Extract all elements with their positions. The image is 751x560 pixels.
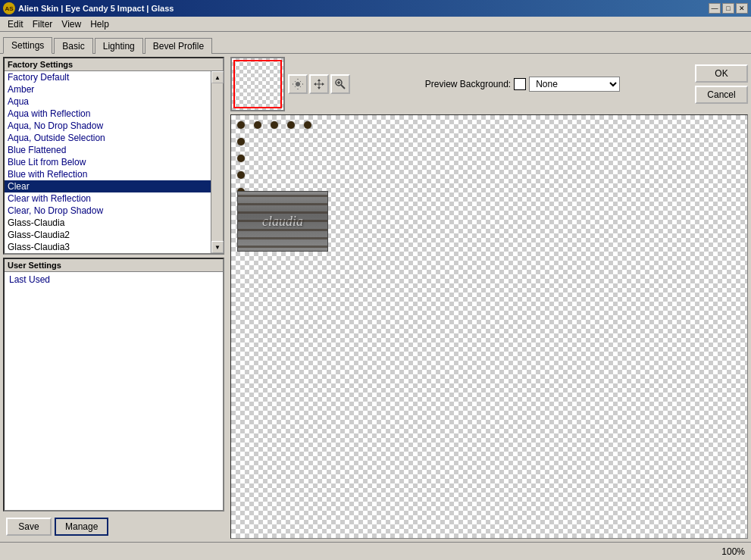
preset-item-aqua-no-drop[interactable]: Aqua, No Drop Shadow: [5, 120, 211, 132]
tab-settings[interactable]: Settings: [3, 37, 52, 54]
user-section: User Settings Last Used: [3, 258, 224, 512]
preview-canvas: claudia 👆: [230, 114, 748, 539]
preset-item-clear[interactable]: Clear: [5, 180, 211, 192]
move-tool-button[interactable]: [309, 74, 329, 94]
app-icon: AS: [3, 2, 15, 14]
menu-view[interactable]: View: [57, 17, 86, 31]
menu-bar: Edit Filter View Help: [0, 17, 751, 32]
preview-line: [238, 237, 327, 239]
minimize-button[interactable]: —: [709, 3, 721, 14]
tab-bevel-profile[interactable]: Bevel Profile: [145, 38, 212, 54]
tab-lighting[interactable]: Lighting: [95, 38, 143, 54]
preset-item-glass-claudia2[interactable]: Glass-Claudia2: [5, 229, 211, 241]
preset-item-amber[interactable]: Amber: [5, 83, 211, 95]
left-panel: Factory Settings Factory Default Amber A…: [0, 54, 227, 542]
preset-item-factory-default[interactable]: Factory Default: [5, 71, 211, 83]
menu-edit[interactable]: Edit: [3, 17, 28, 31]
zoom-tool-button[interactable]: [330, 74, 350, 94]
preset-item-aqua-reflection[interactable]: Aqua with Reflection: [5, 108, 211, 120]
manage-button[interactable]: Manage: [55, 518, 108, 536]
preset-item-blue-reflection[interactable]: Blue with Reflection: [5, 168, 211, 180]
preview-line: [238, 203, 327, 205]
scroll-up-btn[interactable]: ▲: [211, 71, 224, 83]
preset-item-glass-claudia3[interactable]: Glass-Claudia3: [5, 241, 211, 253]
dot: [237, 155, 245, 162]
preset-item-blue-flattened[interactable]: Blue Flattened: [5, 144, 211, 156]
title-bar-left: AS Alien Skin | Eye Candy 5 Impact | Gla…: [3, 2, 174, 14]
preview-toolbar: Preview Background: None Black White Cus…: [230, 57, 748, 111]
preview-bg-select[interactable]: None Black White Custom...: [529, 77, 620, 92]
zoom-level: 100%: [721, 546, 745, 557]
preview-background-area: Preview Background: None Black White Cus…: [425, 77, 620, 92]
user-list: Last Used: [5, 272, 223, 510]
dot: [237, 138, 245, 145]
preset-section: Factory Settings Factory Default Amber A…: [3, 57, 224, 255]
dialog-buttons-area: OK Cancel: [695, 64, 748, 104]
preset-item-aqua-outside[interactable]: Aqua, Outside Selection: [5, 132, 211, 144]
scroll-track: [211, 83, 223, 241]
user-item-last-used[interactable]: Last Used: [6, 274, 221, 286]
close-button[interactable]: ✕: [736, 3, 748, 14]
dot: [287, 121, 295, 129]
cancel-button[interactable]: Cancel: [695, 86, 748, 104]
svg-line-2: [341, 85, 345, 89]
dot: [304, 121, 311, 129]
preset-list: Factory Default Amber Aqua Aqua with Ref…: [5, 71, 211, 253]
bottom-buttons: Save Manage: [3, 515, 224, 539]
scroll-down-btn[interactable]: ▼: [211, 241, 224, 253]
dot: [237, 171, 245, 179]
preview-line: [238, 246, 327, 248]
menu-help[interactable]: Help: [86, 17, 114, 31]
dot: [237, 121, 245, 129]
dot: [254, 121, 261, 129]
preview-dots: [237, 121, 311, 196]
preview-bg-label: Preview Background:: [425, 79, 511, 89]
dot: [271, 121, 278, 129]
zoom-icon: [334, 78, 346, 90]
right-panel: Preview Background: None Black White Cus…: [227, 54, 751, 542]
tab-basic[interactable]: Basic: [54, 38, 92, 54]
preset-header: Factory Settings: [5, 58, 223, 71]
move-icon: [313, 78, 325, 90]
preview-thumbnail: [230, 57, 285, 111]
preset-scrollbar: ▲ ▼: [211, 71, 223, 253]
preview-image-text: claudia: [262, 214, 303, 230]
preview-controls: [288, 74, 350, 94]
preset-list-container: Factory Default Amber Aqua Aqua with Ref…: [5, 71, 223, 253]
preview-line: [238, 195, 327, 197]
preset-item-aqua[interactable]: Aqua: [5, 95, 211, 108]
preview-image: claudia: [237, 191, 328, 252]
title-bar-title: Alien Skin | Eye Candy 5 Impact | Glass: [18, 4, 174, 13]
pan-tool-button[interactable]: [288, 74, 308, 94]
main-content: Factory Settings Factory Default Amber A…: [0, 53, 751, 542]
menu-filter[interactable]: Filter: [28, 17, 58, 31]
preset-item-clear-reflection[interactable]: Clear with Reflection: [5, 192, 211, 205]
preview-bg-swatch: [514, 78, 526, 90]
save-button[interactable]: Save: [6, 518, 52, 536]
tab-bar: Settings Basic Lighting Bevel Profile: [0, 32, 751, 53]
thumbnail-border: [233, 60, 282, 108]
svg-point-0: [296, 82, 300, 86]
preset-list-scroll[interactable]: Factory Default Amber Aqua Aqua with Ref…: [5, 71, 211, 253]
preset-item-blue-lit[interactable]: Blue Lit from Below: [5, 156, 211, 168]
title-bar-controls: — □ ✕: [709, 3, 748, 14]
pan-icon: [292, 78, 304, 90]
status-bar: 100%: [0, 542, 751, 560]
preset-item-clear-no-drop[interactable]: Clear, No Drop Shadow: [5, 205, 211, 217]
title-bar: AS Alien Skin | Eye Candy 5 Impact | Gla…: [0, 0, 751, 17]
preset-item-glass-claudia[interactable]: Glass-Claudia: [5, 217, 211, 229]
control-btn-row: [288, 74, 350, 94]
ok-button[interactable]: OK: [695, 64, 748, 83]
user-header: User Settings: [5, 259, 223, 272]
maximize-button[interactable]: □: [722, 3, 734, 14]
